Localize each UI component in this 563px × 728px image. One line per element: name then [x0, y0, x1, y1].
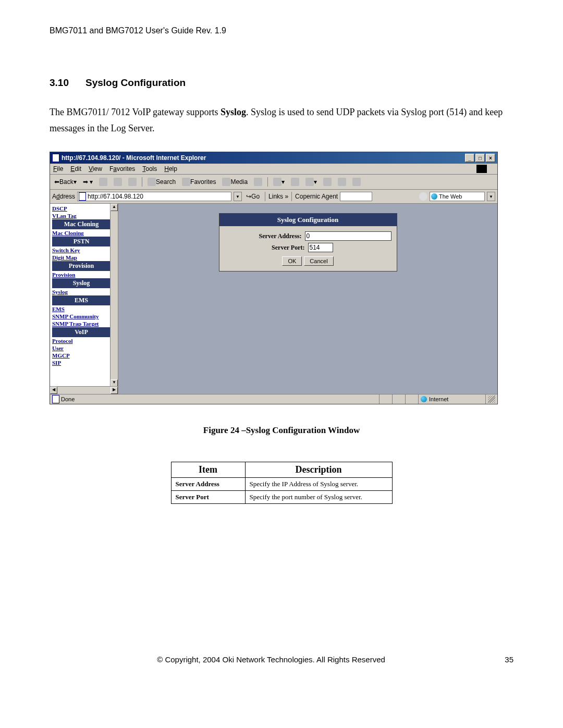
edit-icon [305, 178, 314, 186]
sidebar-item-snmpcomm[interactable]: SNMP Community [52, 313, 111, 320]
menubar: File Edit View Favorites Tools Help [50, 164, 497, 175]
search-icon [148, 178, 156, 186]
config-title: Syslog Configuration [219, 214, 397, 226]
maximize-button[interactable]: □ [475, 154, 485, 162]
section-title: Syslog Configuration [85, 77, 186, 88]
window-title: http://67.104.98.120/ - Microsoft Intern… [62, 154, 206, 162]
sidebar-item-protocol[interactable]: Protocol [52, 337, 111, 344]
refresh-button[interactable] [112, 177, 124, 187]
search-label: Search [156, 178, 176, 186]
messenger-icon [338, 178, 346, 186]
sidebar-item-mgcp[interactable]: MGCP [52, 352, 111, 359]
stop-button[interactable] [97, 177, 109, 187]
history-button[interactable] [252, 177, 264, 187]
config-box: Syslog Configuration Server Address: Ser… [219, 213, 397, 272]
sidebar-item-dscp[interactable]: DSCP [52, 205, 111, 212]
sidebar-item-switchkey[interactable]: Switch Key [52, 246, 111, 254]
ok-button[interactable]: OK [282, 256, 302, 266]
favorites-label: Favorites [190, 178, 216, 186]
mail-button[interactable]: ▾ [271, 177, 287, 187]
links-label[interactable]: Links » [268, 193, 288, 200]
menu-tools[interactable]: Tools [142, 165, 157, 172]
addressbar: Address http://67.104.98.120 ▼ ↪ Go Link… [50, 190, 497, 204]
sidebar-item-user[interactable]: User [52, 344, 111, 352]
favorites-button[interactable]: Favorites [180, 177, 218, 187]
status-page-icon [52, 395, 59, 403]
sidebar-hscroll[interactable]: ◀ ▶ [50, 386, 118, 394]
menu-file[interactable]: File [53, 165, 63, 172]
content-area: DSCP VLan Tag Mac Cloning Mac Cloning PS… [50, 204, 497, 394]
back-label: Back [59, 178, 74, 186]
forward-button[interactable]: ➡ ▾ [81, 177, 95, 187]
address-label: Address [52, 193, 75, 200]
description-table: Item Description Server Address Specify … [171, 462, 393, 504]
minimize-button[interactable]: _ [465, 154, 474, 162]
edit-button[interactable]: ▾ [303, 177, 319, 187]
search-glass-icon[interactable] [419, 192, 427, 201]
status-globe-icon [421, 396, 427, 402]
table-header-item: Item [171, 462, 245, 478]
menu-view[interactable]: View [89, 165, 102, 172]
section-heading: 3.10 Syslog Configuration [50, 77, 513, 89]
menu-favorites[interactable]: Favorites [109, 165, 135, 172]
table-desc-1: Specify the port number of Syslog server… [245, 491, 392, 504]
discuss-button[interactable] [321, 177, 334, 187]
menu-edit[interactable]: Edit [70, 165, 81, 172]
main-panel: Syslog Configuration Server Address: Ser… [118, 204, 497, 394]
table-row: Server Address Specify the IP Address of… [171, 478, 392, 491]
search-button[interactable]: Search [145, 177, 178, 187]
go-button[interactable]: ↪ Go [244, 192, 262, 201]
theweb-label: The Web [439, 193, 462, 200]
sidebar-item-sip[interactable]: SIP [52, 359, 111, 366]
doc-header: BMG7011 and BMG7012 User's Guide Rev. 1.… [50, 26, 513, 35]
table-row: Server Port Specify the port number of S… [171, 491, 392, 504]
sidebar-item-provision[interactable]: Provision [52, 271, 111, 278]
stop-icon [99, 178, 107, 186]
figure-caption: Figure 24 –Syslog Configuration Window [50, 425, 513, 436]
menu-help[interactable]: Help [164, 165, 177, 172]
url-dropdown[interactable]: ▼ [234, 192, 242, 201]
p1b: Syslog [221, 107, 246, 117]
sidebar-item-maccloning[interactable]: Mac Cloning [52, 229, 111, 237]
table-desc-0: Specify the IP Address of Syslog server. [245, 478, 392, 491]
back-button[interactable]: ⬅ Back ▾ [52, 177, 79, 187]
theweb-dropdown[interactable]: ▼ [487, 192, 495, 201]
url-input[interactable]: http://67.104.98.120 [77, 192, 231, 201]
sidebar-item-digitmap[interactable]: Digit Map [52, 254, 111, 261]
sidebar-head-voip: VoIP [52, 327, 111, 337]
sidebar: DSCP VLan Tag Mac Cloning Mac Cloning PS… [50, 204, 118, 394]
sidebar-item-snmptrap[interactable]: SNMP Trap Target [52, 320, 111, 327]
toolbar: ⬅ Back ▾ ➡ ▾ Search Favorites Media ▾ ▾ [50, 175, 497, 190]
footer: © Copyright, 2004 Oki Network Technologi… [50, 655, 513, 664]
scroll-up-icon[interactable]: ▲ [111, 204, 118, 211]
copernic-input[interactable] [340, 192, 372, 201]
cancel-button[interactable]: Cancel [304, 256, 333, 266]
table-item-0: Server Address [171, 478, 245, 491]
server-address-input[interactable] [305, 231, 391, 241]
scroll-right-icon[interactable]: ▶ [111, 387, 118, 394]
home-button[interactable] [126, 177, 139, 187]
close-button[interactable]: × [486, 154, 495, 162]
table-header-desc: Description [245, 462, 392, 478]
print-button[interactable] [289, 177, 301, 187]
extra-button[interactable] [350, 177, 363, 187]
page-number: 35 [493, 655, 513, 664]
server-port-input[interactable] [308, 243, 333, 252]
browser-window: http://67.104.98.120/ - Microsoft Intern… [50, 152, 498, 404]
sidebar-head-pstn: PSTN [52, 237, 111, 246]
scroll-down-icon[interactable]: ▼ [111, 379, 118, 387]
sidebar-item-vlan[interactable]: VLan Tag [52, 212, 111, 219]
table-item-1: Server Port [171, 491, 245, 504]
sidebar-item-syslog[interactable]: Syslog [52, 288, 111, 295]
resize-grip-icon[interactable] [488, 396, 495, 403]
scroll-left-icon[interactable]: ◀ [50, 387, 57, 394]
sidebar-item-ems[interactable]: EMS [52, 305, 111, 313]
ie-page-icon [52, 154, 59, 162]
copernic-label: Copernic Agent [295, 193, 338, 200]
messenger-button[interactable] [336, 177, 348, 187]
sidebar-head-maccloning: Mac Cloning [52, 219, 111, 229]
media-button[interactable]: Media [220, 177, 250, 187]
theweb-select[interactable]: The Web [430, 192, 485, 201]
sidebar-vscroll[interactable]: ▲ ▼ [110, 204, 118, 387]
status-zone: Internet [429, 396, 448, 402]
